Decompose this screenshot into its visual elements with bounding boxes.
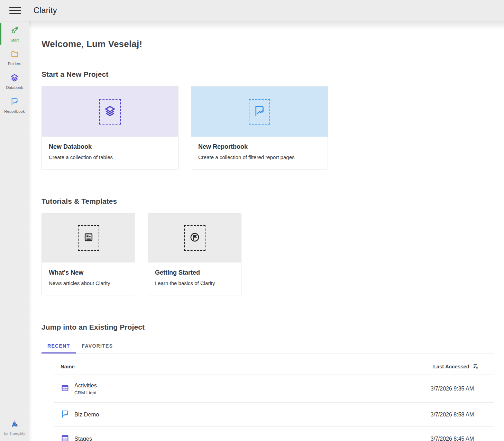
dotted-drop-box [249,99,270,125]
layers-icon [104,105,116,119]
section-heading-new-project: Start a New Project [42,70,494,79]
card-image-area [148,213,241,263]
sidebar-item-label: Start [10,38,19,42]
recent-projects-table: Name Last Accessed [54,353,494,441]
tab-favorites[interactable]: FAVORITES [76,338,119,353]
app-bar: Clarity [0,0,504,21]
last-accessed-value: 3/7/2026 9:35 AM [431,386,494,392]
last-accessed-value: 3/7/2026 8:45 AM [431,436,494,441]
card-title: New Databook [49,143,171,150]
sidebar-item-reportbook[interactable]: Reportbook [0,93,29,117]
card-image-area [42,86,178,137]
column-header-name: Name [61,364,433,369]
milestone-flag-icon [189,232,200,244]
table-icon [61,384,70,394]
card-title: What's New [49,269,128,276]
report-flag-icon [253,105,266,119]
column-header-label: Last Accessed [433,364,469,369]
card-subtitle: News articles about Clarity [49,280,128,286]
sidebar-item-folders[interactable]: Folders [0,46,29,69]
card-body: Getting Started Learn the basics of Clar… [148,263,241,295]
getting-started-card[interactable]: Getting Started Learn the basics of Clar… [148,213,241,295]
hamburger-icon[interactable] [9,7,21,15]
sidebar-item-label: Databook [6,85,23,90]
column-header-last-accessed[interactable]: Last Accessed [433,363,487,370]
new-project-cards: New Databook Create a collection of tabl… [42,86,494,169]
rocket-icon [10,26,19,36]
sidebar-item-label: Folders [8,62,21,66]
whats-new-card[interactable]: What's New News articles about Clarity [42,213,135,295]
table-row[interactable]: Biz Demo 3/7/2026 8:58 AM [54,403,494,427]
tab-recent[interactable]: RECENT [42,338,76,353]
new-databook-card[interactable]: New Databook Create a collection of tabl… [42,86,178,169]
report-flag-icon [61,410,70,420]
last-accessed-value: 3/7/2026 8:58 AM [431,412,494,418]
table-icon [61,434,70,441]
card-subtitle: Learn the basics of Clarity [155,280,234,286]
card-title: New Reportbook [198,143,321,150]
card-subtitle: Create a collection of filtered report p… [198,154,321,160]
card-body: New Databook Create a collection of tabl… [42,137,178,169]
card-body: What's New News articles about Clarity [42,263,135,295]
project-parent: CRM Light [74,390,97,395]
project-name: Biz Demo [74,411,99,418]
sidebar-item-databook[interactable]: Databook [0,70,29,93]
table-row[interactable]: Stages 3/7/2026 8:45 AM [54,427,494,441]
layers-icon [10,73,19,84]
table-header: Name Last Accessed [54,353,494,375]
sidebar-item-start[interactable]: Start [0,22,29,45]
new-reportbook-card[interactable]: New Reportbook Create a collection of fi… [191,86,328,169]
sidebar-footer: by Truegility [0,420,29,441]
sidebar-item-label: Reportbook [4,109,25,113]
sidebar: Start Folders Databook Reportboo [0,21,29,441]
dotted-drop-box [99,99,121,125]
dotted-box [184,225,205,251]
folder-icon [10,50,19,60]
main-content: Welcome, Lum Veselaj! Start a New Projec… [29,21,504,441]
filter-remove-icon[interactable] [473,363,479,370]
truegility-logo [10,420,19,430]
section-heading-existing: Jump into an Existing Project [42,323,494,331]
card-subtitle: Create a collection of tables [49,154,171,160]
card-body: New Reportbook Create a collection of fi… [191,137,328,169]
tutorial-cards: What's New News articles about Clarity [42,213,494,295]
card-image-area [191,86,328,137]
brand-label: by Truegility [4,431,25,435]
app-title: Clarity [34,6,57,15]
card-title: Getting Started [155,269,234,276]
dotted-box [78,225,99,251]
report-flag-icon [10,97,19,108]
project-name: Activities [74,382,97,389]
newspaper-icon [83,232,94,244]
project-name: Stages [74,435,92,441]
card-image-area [42,213,135,263]
table-row[interactable]: Activities CRM Light 3/7/2026 9:35 AM [54,375,494,403]
section-heading-tutorials: Tutorials & Templates [42,197,494,205]
project-tabs: RECENT FAVORITES [42,338,494,353]
welcome-heading: Welcome, Lum Veselaj! [42,39,494,49]
